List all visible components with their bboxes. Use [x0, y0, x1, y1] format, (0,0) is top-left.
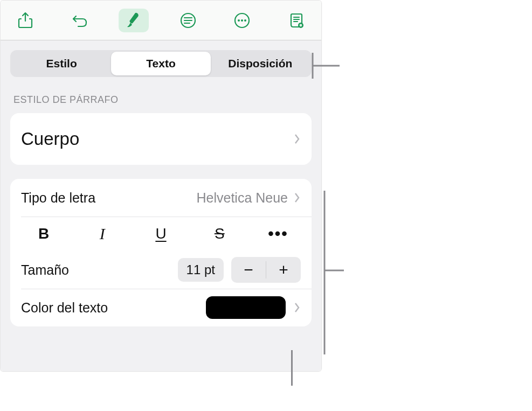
text-color-label: Color del texto [21, 300, 206, 316]
text-settings-icon [179, 11, 197, 30]
format-panel: Estilo Texto Disposición Estilo de párra… [0, 0, 322, 372]
tab-text[interactable]: Texto [111, 52, 210, 75]
size-row: Tamaño 11 pt − + [10, 251, 312, 289]
share-icon [16, 11, 34, 30]
more-format-button[interactable]: ••• [257, 222, 300, 246]
size-stepper: − + [231, 257, 301, 283]
text-color-swatch[interactable] [206, 296, 286, 319]
toolbar [1, 1, 321, 40]
paragraph-style-header: Estilo de párrafo [10, 94, 312, 106]
text-color-row[interactable]: Color del texto [10, 289, 312, 326]
reading-view-icon [287, 11, 306, 30]
chevron-right-icon [293, 133, 301, 145]
italic-button[interactable]: I [81, 222, 124, 246]
strikethrough-button[interactable]: S [198, 222, 241, 246]
bold-button[interactable]: B [22, 222, 65, 246]
more-icon [233, 11, 251, 30]
svg-point-6 [300, 24, 302, 26]
panel-body: Estilo Texto Disposición Estilo de párra… [1, 40, 321, 371]
chevron-right-icon [293, 301, 301, 314]
reading-view-button[interactable] [281, 9, 312, 32]
size-decrease-button[interactable]: − [231, 257, 266, 283]
format-tabs: Estilo Texto Disposición [10, 50, 312, 77]
more-button[interactable] [227, 9, 257, 32]
size-label: Tamaño [21, 262, 178, 278]
paragraph-style-card: Cuerpo [10, 113, 312, 165]
svg-point-3 [241, 19, 243, 22]
format-button[interactable] [119, 9, 149, 32]
font-row[interactable]: Tipo de letra Helvetica Neue [10, 179, 312, 217]
outline-button[interactable] [173, 9, 203, 32]
text-format-row: B I U S ••• [10, 217, 312, 251]
chevron-right-icon [293, 191, 301, 204]
size-increase-button[interactable]: + [266, 257, 301, 283]
paragraph-style-row[interactable]: Cuerpo [10, 113, 312, 165]
share-button[interactable] [10, 9, 40, 32]
callout-line [323, 190, 345, 357]
format-brush-icon [125, 11, 143, 30]
font-label: Tipo de letra [21, 190, 196, 206]
tab-layout[interactable]: Disposición [211, 52, 310, 75]
svg-point-4 [244, 19, 246, 22]
undo-button[interactable] [65, 9, 95, 32]
svg-point-2 [238, 19, 240, 22]
text-properties-card: Tipo de letra Helvetica Neue B I U S •••… [10, 179, 312, 326]
underline-button[interactable]: U [140, 222, 183, 246]
size-value[interactable]: 11 pt [178, 258, 224, 282]
font-value: Helvetica Neue [196, 190, 288, 206]
tab-style[interactable]: Estilo [12, 52, 111, 75]
undo-icon [71, 11, 89, 30]
paragraph-style-value: Cuerpo [21, 129, 293, 149]
